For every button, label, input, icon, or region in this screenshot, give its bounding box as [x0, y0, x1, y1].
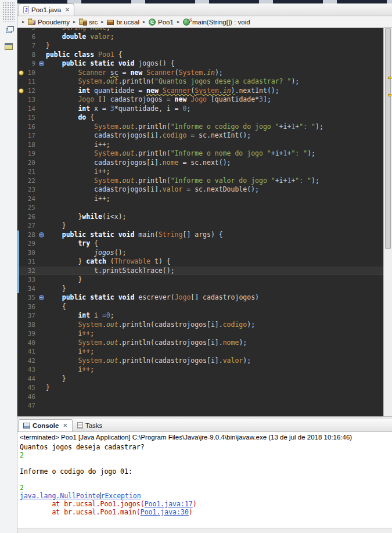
code-text[interactable]: System.out.println("Quantos jogos deseja…	[46, 77, 392, 87]
code-text[interactable]: }	[46, 275, 392, 284]
breadcrumb-item-4[interactable]: Smain(String[]) : void	[182, 18, 251, 26]
code-text[interactable]: }	[46, 284, 392, 294]
code-line[interactable]: 16 System.out.println("Informe o codigo …	[17, 123, 392, 132]
line-number[interactable]: 15	[26, 113, 38, 123]
code-text[interactable]: System.out.println(cadastrojogos[i].valo…	[46, 356, 392, 366]
code-line[interactable]: 8public class Poo1 {	[17, 51, 392, 60]
code-line[interactable]: 21 i++;	[17, 167, 392, 177]
code-text[interactable]: jogos();	[46, 249, 392, 258]
annotation-ruler-cell[interactable]	[17, 356, 26, 366]
line-number[interactable]: 14	[26, 105, 38, 114]
code-text[interactable]: int quantidade = new Scanner(System.in).…	[46, 87, 392, 96]
code-text[interactable]: public static void escrever(Jogo[] cadas…	[46, 293, 392, 302]
tab-console[interactable]: Console ✕	[18, 419, 73, 431]
line-number[interactable]: 16	[26, 123, 38, 132]
line-number[interactable]: 11	[26, 77, 38, 87]
code-line[interactable]: 36 {	[17, 302, 392, 312]
line-number[interactable]: 30	[26, 249, 38, 258]
annotation-ruler-cell[interactable]	[17, 365, 26, 374]
code-text[interactable]: String nome;	[46, 28, 392, 33]
annotation-ruler-cell[interactable]	[17, 231, 26, 240]
line-number[interactable]: 46	[26, 392, 38, 402]
code-text[interactable]: do {	[46, 113, 392, 123]
code-line[interactable]: 6 double valor;	[17, 33, 392, 42]
code-line[interactable]: 35− public static void escrever(Jogo[] c…	[17, 293, 392, 302]
code-text[interactable]	[46, 392, 392, 402]
code-text[interactable]: t.printStackTrace();	[46, 266, 392, 276]
code-text[interactable]: } catch (Throwable t) {	[46, 257, 392, 266]
annotation-ruler-cell[interactable]	[17, 392, 26, 402]
breadcrumb-item-1[interactable]: src	[78, 18, 99, 26]
code-line[interactable]: 47	[17, 401, 392, 410]
annotation-ruler-cell[interactable]	[17, 320, 26, 330]
code-line[interactable]: 41 i++;	[17, 347, 392, 356]
annotation-ruler-cell[interactable]	[17, 275, 26, 284]
code-text[interactable]: System.out.println("Informe o nome do jo…	[46, 149, 392, 159]
line-number[interactable]: 27	[26, 221, 38, 231]
annotation-ruler-cell[interactable]	[17, 401, 26, 410]
line-number[interactable]: 39	[26, 329, 38, 338]
code-line[interactable]: 45}	[17, 383, 392, 392]
code-text[interactable]: System.out.println("Informe o codigo do …	[46, 123, 392, 132]
annotation-ruler-cell[interactable]	[17, 113, 26, 123]
code-line[interactable]: 10 Scanner sc = new Scanner(System.in);	[17, 69, 392, 78]
line-number[interactable]: 36	[26, 302, 38, 312]
breadcrumb-item-2[interactable]: br.ucsal	[106, 18, 141, 26]
line-number[interactable]: 17	[26, 131, 38, 141]
code-text[interactable]: }	[46, 41, 392, 51]
annotation-ruler-cell[interactable]	[17, 293, 26, 302]
annotation-ruler-cell[interactable]	[17, 77, 26, 87]
line-number[interactable]: 37	[26, 311, 38, 320]
code-line[interactable]: 40 System.out.println(cadastrojogos[i].n…	[17, 338, 392, 348]
warning-icon[interactable]	[19, 70, 24, 75]
annotation-ruler-cell[interactable]	[17, 374, 26, 384]
code-line[interactable]: 39 i++;	[17, 329, 392, 338]
code-text[interactable]: }	[46, 383, 392, 392]
annotation-ruler-cell[interactable]	[17, 266, 26, 276]
code-line[interactable]: 28− public static void main(String[] arg…	[17, 231, 392, 240]
breadcrumb-item-3[interactable]: CPoo1	[148, 18, 175, 26]
line-number[interactable]: 21	[26, 167, 38, 177]
code-text[interactable]: }while(i<x);	[46, 213, 392, 222]
code-text[interactable]	[46, 203, 392, 213]
line-number[interactable]: 7	[26, 41, 38, 51]
code-text[interactable]: int i =0;	[46, 311, 392, 320]
annotation-ruler-cell[interactable]	[17, 221, 26, 231]
code-line[interactable]: 22 System.out.println("Informe o valor d…	[17, 177, 392, 186]
code-line[interactable]: 44 }	[17, 374, 392, 384]
restore-views-button[interactable]	[2, 24, 15, 37]
code-text[interactable]: cadastrojogos[i].nome = sc.next();	[46, 159, 392, 168]
code-line[interactable]: 30 jogos();	[17, 249, 392, 258]
annotation-ruler-cell[interactable]	[17, 159, 26, 168]
annotation-ruler-cell[interactable]	[17, 185, 26, 195]
console-hyperlink[interactable]: Poo1.java:17	[145, 500, 193, 508]
line-number[interactable]: 44	[26, 374, 38, 384]
annotation-ruler-cell[interactable]	[17, 167, 26, 177]
annotation-ruler-cell[interactable]	[17, 203, 26, 213]
code-text[interactable]	[46, 401, 392, 410]
code-text[interactable]: int x = 3*quantidade, i = 0;	[46, 105, 392, 114]
code-line[interactable]: 24 i++;	[17, 195, 392, 204]
code-line[interactable]: 17 cadastrojogos[i].codigo = sc.nextInt(…	[17, 131, 392, 141]
code-editor[interactable]: 5 String nome;6 double valor;7}8public c…	[17, 28, 392, 416]
annotation-ruler-cell[interactable]	[17, 41, 26, 51]
code-text[interactable]: i++;	[46, 141, 392, 150]
code-text[interactable]: cadastrojogos[i].valor = sc.nextDouble()…	[46, 185, 392, 195]
annotation-ruler-cell[interactable]	[17, 59, 26, 69]
minimized-view-button[interactable]	[2, 40, 15, 53]
annotation-ruler-cell[interactable]	[17, 213, 26, 222]
code-text[interactable]: public class Poo1 {	[46, 51, 392, 60]
code-line[interactable]: 13 Jogo [] cadastrojogos = new Jogo [qua…	[17, 95, 392, 105]
console-hyperlink[interactable]: Poo1.java:30	[141, 508, 189, 516]
code-line[interactable]: 25	[17, 203, 392, 213]
overview-warning-mark[interactable]	[388, 77, 391, 79]
annotation-ruler-cell[interactable]	[17, 257, 26, 266]
code-text[interactable]: try {	[46, 239, 392, 249]
line-number[interactable]: 8	[26, 51, 38, 60]
code-text[interactable]: System.out.println("Informe o valor do j…	[46, 177, 392, 186]
code-line[interactable]: 31 } catch (Throwable t) {	[17, 257, 392, 266]
line-number[interactable]: 28	[26, 231, 38, 240]
fold-marker-icon[interactable]: −	[39, 295, 44, 300]
code-line[interactable]: 12 int quantidade = new Scanner(System.i…	[17, 87, 392, 96]
warning-icon[interactable]	[19, 88, 24, 93]
